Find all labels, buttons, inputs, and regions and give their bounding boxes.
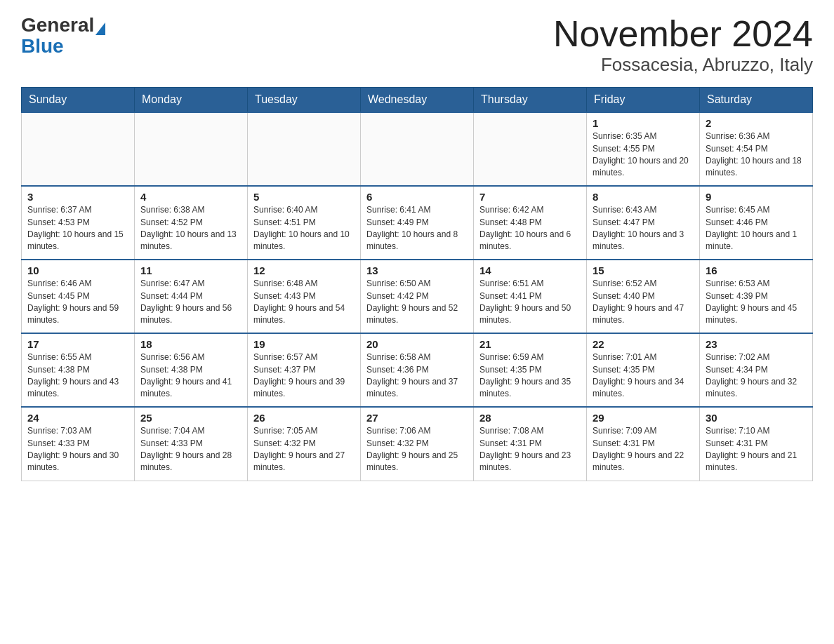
col-saturday: Saturday xyxy=(700,88,813,113)
title-block: November 2024 Fossacesia, Abruzzo, Italy xyxy=(553,14,813,76)
calendar-cell: 24Sunrise: 7:03 AM Sunset: 4:33 PM Dayli… xyxy=(22,407,135,481)
cell-sun-info: Sunrise: 6:57 AM Sunset: 4:37 PM Dayligh… xyxy=(253,351,355,401)
cell-sun-info: Sunrise: 6:46 AM Sunset: 4:45 PM Dayligh… xyxy=(27,278,128,327)
col-sunday: Sunday xyxy=(22,88,135,113)
cell-day-number: 1 xyxy=(593,117,694,129)
cell-day-number: 8 xyxy=(593,191,694,203)
cell-sun-info: Sunrise: 7:04 AM Sunset: 4:33 PM Dayligh… xyxy=(140,425,241,474)
col-tuesday: Tuesday xyxy=(248,88,361,113)
cell-day-number: 9 xyxy=(706,191,807,203)
header: General Blue November 2024 Fossacesia, A… xyxy=(21,14,813,76)
cell-day-number: 7 xyxy=(479,191,581,203)
calendar-cell: 13Sunrise: 6:50 AM Sunset: 4:42 PM Dayli… xyxy=(361,260,474,333)
col-thursday: Thursday xyxy=(474,88,587,113)
cell-sun-info: Sunrise: 6:42 AM Sunset: 4:48 PM Dayligh… xyxy=(479,204,581,253)
cell-day-number: 25 xyxy=(140,412,241,424)
cell-day-number: 4 xyxy=(140,191,241,203)
cell-sun-info: Sunrise: 6:51 AM Sunset: 4:41 PM Dayligh… xyxy=(479,278,581,327)
cell-sun-info: Sunrise: 6:37 AM Sunset: 4:53 PM Dayligh… xyxy=(27,204,128,253)
cell-day-number: 20 xyxy=(366,338,468,350)
cell-sun-info: Sunrise: 7:08 AM Sunset: 4:31 PM Dayligh… xyxy=(479,425,581,474)
col-wednesday: Wednesday xyxy=(361,88,474,113)
cell-day-number: 6 xyxy=(366,191,468,203)
cell-day-number: 5 xyxy=(253,191,355,203)
calendar-cell: 15Sunrise: 6:52 AM Sunset: 4:40 PM Dayli… xyxy=(587,260,700,333)
calendar-cell: 20Sunrise: 6:58 AM Sunset: 4:36 PM Dayli… xyxy=(361,333,474,407)
cell-day-number: 28 xyxy=(479,412,581,424)
cell-sun-info: Sunrise: 7:01 AM Sunset: 4:35 PM Dayligh… xyxy=(593,351,694,401)
cell-sun-info: Sunrise: 6:58 AM Sunset: 4:36 PM Dayligh… xyxy=(366,351,468,401)
calendar-title: November 2024 xyxy=(553,14,813,54)
calendar-cell: 3Sunrise: 6:37 AM Sunset: 4:53 PM Daylig… xyxy=(22,186,135,260)
cell-day-number: 3 xyxy=(27,191,128,203)
cell-sun-info: Sunrise: 7:02 AM Sunset: 4:34 PM Dayligh… xyxy=(706,351,807,401)
calendar-cell: 10Sunrise: 6:46 AM Sunset: 4:45 PM Dayli… xyxy=(22,260,135,333)
week-row-3: 10Sunrise: 6:46 AM Sunset: 4:45 PM Dayli… xyxy=(22,260,813,333)
cell-day-number: 11 xyxy=(140,264,241,276)
col-monday: Monday xyxy=(135,88,248,113)
calendar-cell: 16Sunrise: 6:53 AM Sunset: 4:39 PM Dayli… xyxy=(700,260,813,333)
cell-day-number: 26 xyxy=(253,412,355,424)
cell-day-number: 30 xyxy=(706,412,807,424)
calendar-cell: 7Sunrise: 6:42 AM Sunset: 4:48 PM Daylig… xyxy=(474,186,587,260)
calendar-cell: 27Sunrise: 7:06 AM Sunset: 4:32 PM Dayli… xyxy=(361,407,474,481)
cell-day-number: 17 xyxy=(27,338,128,350)
calendar-cell: 1Sunrise: 6:35 AM Sunset: 4:55 PM Daylig… xyxy=(587,112,700,186)
week-row-1: 1Sunrise: 6:35 AM Sunset: 4:55 PM Daylig… xyxy=(22,112,813,186)
cell-sun-info: Sunrise: 6:59 AM Sunset: 4:35 PM Dayligh… xyxy=(479,351,581,401)
cell-day-number: 13 xyxy=(366,264,468,276)
calendar-cell: 30Sunrise: 7:10 AM Sunset: 4:31 PM Dayli… xyxy=(700,407,813,481)
cell-day-number: 15 xyxy=(593,264,694,276)
calendar-cell: 25Sunrise: 7:04 AM Sunset: 4:33 PM Dayli… xyxy=(135,407,248,481)
calendar-cell: 23Sunrise: 7:02 AM Sunset: 4:34 PM Dayli… xyxy=(700,333,813,407)
cell-sun-info: Sunrise: 6:55 AM Sunset: 4:38 PM Dayligh… xyxy=(27,351,128,401)
cell-day-number: 29 xyxy=(593,412,694,424)
cell-day-number: 21 xyxy=(479,338,581,350)
header-row: Sunday Monday Tuesday Wednesday Thursday… xyxy=(22,88,813,113)
cell-day-number: 24 xyxy=(27,412,128,424)
cell-sun-info: Sunrise: 6:52 AM Sunset: 4:40 PM Dayligh… xyxy=(593,278,694,327)
cell-sun-info: Sunrise: 6:36 AM Sunset: 4:54 PM Dayligh… xyxy=(706,130,807,180)
logo: General Blue xyxy=(21,14,105,56)
calendar-cell: 14Sunrise: 6:51 AM Sunset: 4:41 PM Dayli… xyxy=(474,260,587,333)
logo-general: General xyxy=(21,14,94,36)
calendar-cell: 4Sunrise: 6:38 AM Sunset: 4:52 PM Daylig… xyxy=(135,186,248,260)
calendar-cell: 22Sunrise: 7:01 AM Sunset: 4:35 PM Dayli… xyxy=(587,333,700,407)
calendar-cell: 5Sunrise: 6:40 AM Sunset: 4:51 PM Daylig… xyxy=(248,186,361,260)
week-row-2: 3Sunrise: 6:37 AM Sunset: 4:53 PM Daylig… xyxy=(22,186,813,260)
cell-day-number: 16 xyxy=(706,264,807,276)
cell-sun-info: Sunrise: 7:03 AM Sunset: 4:33 PM Dayligh… xyxy=(27,425,128,474)
cell-day-number: 22 xyxy=(593,338,694,350)
cell-day-number: 27 xyxy=(366,412,468,424)
cell-sun-info: Sunrise: 7:09 AM Sunset: 4:31 PM Dayligh… xyxy=(593,425,694,474)
cell-sun-info: Sunrise: 6:40 AM Sunset: 4:51 PM Dayligh… xyxy=(253,204,355,253)
calendar-cell: 9Sunrise: 6:45 AM Sunset: 4:46 PM Daylig… xyxy=(700,186,813,260)
cell-day-number: 12 xyxy=(253,264,355,276)
cell-day-number: 19 xyxy=(253,338,355,350)
calendar-table: Sunday Monday Tuesday Wednesday Thursday… xyxy=(21,87,813,481)
calendar-cell: 6Sunrise: 6:41 AM Sunset: 4:49 PM Daylig… xyxy=(361,186,474,260)
logo-triangle-icon xyxy=(95,22,105,35)
cell-day-number: 10 xyxy=(27,264,128,276)
calendar-cell xyxy=(474,112,587,186)
cell-sun-info: Sunrise: 6:35 AM Sunset: 4:55 PM Dayligh… xyxy=(593,130,694,180)
cell-sun-info: Sunrise: 6:56 AM Sunset: 4:38 PM Dayligh… xyxy=(140,351,241,401)
cell-day-number: 18 xyxy=(140,338,241,350)
cell-sun-info: Sunrise: 7:05 AM Sunset: 4:32 PM Dayligh… xyxy=(253,425,355,474)
cell-day-number: 23 xyxy=(706,338,807,350)
cell-sun-info: Sunrise: 6:50 AM Sunset: 4:42 PM Dayligh… xyxy=(366,278,468,327)
calendar-cell: 28Sunrise: 7:08 AM Sunset: 4:31 PM Dayli… xyxy=(474,407,587,481)
cell-sun-info: Sunrise: 6:53 AM Sunset: 4:39 PM Dayligh… xyxy=(706,278,807,327)
cell-sun-info: Sunrise: 6:41 AM Sunset: 4:49 PM Dayligh… xyxy=(366,204,468,253)
calendar-cell: 12Sunrise: 6:48 AM Sunset: 4:43 PM Dayli… xyxy=(248,260,361,333)
calendar-cell: 2Sunrise: 6:36 AM Sunset: 4:54 PM Daylig… xyxy=(700,112,813,186)
calendar-cell: 21Sunrise: 6:59 AM Sunset: 4:35 PM Dayli… xyxy=(474,333,587,407)
cell-sun-info: Sunrise: 6:45 AM Sunset: 4:46 PM Dayligh… xyxy=(706,204,807,253)
calendar-subtitle: Fossacesia, Abruzzo, Italy xyxy=(553,54,813,76)
cell-day-number: 14 xyxy=(479,264,581,276)
cell-sun-info: Sunrise: 7:10 AM Sunset: 4:31 PM Dayligh… xyxy=(706,425,807,474)
logo-blue: Blue xyxy=(21,36,64,56)
cell-sun-info: Sunrise: 6:43 AM Sunset: 4:47 PM Dayligh… xyxy=(593,204,694,253)
calendar-cell xyxy=(22,112,135,186)
cell-day-number: 2 xyxy=(706,117,807,129)
